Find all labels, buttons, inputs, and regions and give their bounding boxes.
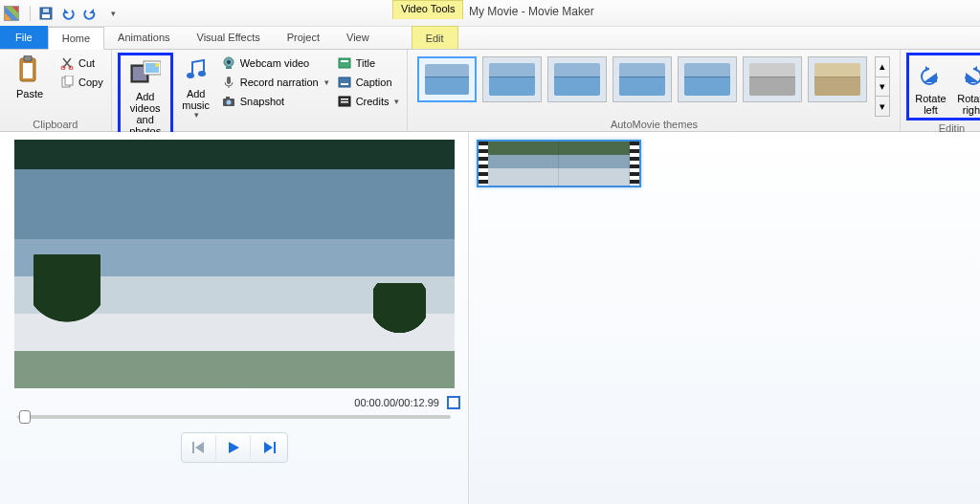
credits-label: Credits [356,96,390,107]
tab-visual-effects[interactable]: Visual Effects [184,26,274,49]
gallery-expand-icon[interactable]: ▾ [876,97,889,116]
rotate-left-label: Rotate left [911,93,949,116]
next-frame-button[interactable] [253,435,285,460]
clip-thumbnails [488,142,630,186]
credits-button[interactable]: Credits▾ [335,93,402,110]
snapshot-button[interactable]: Snapshot [219,93,331,110]
svg-rect-9 [65,76,73,85]
app-icon [4,6,19,21]
time-current: 00:00.00 [354,397,395,408]
group-clipboard-label: Clipboard [6,117,105,130]
seek-thumb[interactable] [19,410,31,424]
film-edge-left [479,142,488,186]
svg-rect-19 [226,67,232,69]
tab-home[interactable]: Home [48,27,104,50]
undo-icon[interactable] [58,4,78,23]
camera-icon [221,94,236,109]
svg-point-16 [198,71,206,77]
tab-view[interactable]: View [333,26,383,49]
gallery-scroll-up-icon[interactable]: ▴ [876,57,889,77]
svg-rect-33 [274,442,276,453]
svg-rect-4 [24,55,32,61]
prev-frame-button[interactable] [184,435,216,460]
qat-divider [30,6,31,21]
video-clip[interactable] [477,140,641,187]
main-area: 00:00.00/00:12.99 [0,132,980,504]
add-videos-label: Add videos and photos [121,91,170,137]
clip-thumb-1 [488,142,559,186]
webcam-video-button[interactable]: Webcam video [219,55,331,72]
play-icon [227,441,240,454]
rotate-right-button[interactable]: Rotate right [953,57,980,116]
caption-button[interactable]: Caption [335,74,402,91]
svg-rect-5 [23,63,33,78]
svg-rect-26 [341,60,348,62]
svg-point-14 [155,63,159,67]
tab-animations[interactable]: Animations [104,26,183,49]
webcam-icon [221,55,236,71]
tab-edit[interactable]: Edit [412,26,458,49]
record-label: Record narration [240,77,319,88]
theme-item-1[interactable] [417,56,477,102]
copy-label: Copy [78,77,103,88]
svg-rect-31 [341,101,348,103]
theme-item-6[interactable] [743,56,802,102]
window-title: My Movie - Movie Maker [469,5,594,18]
redo-icon[interactable] [80,4,100,23]
theme-gallery [413,53,871,117]
group-add: Add videos and photos Add music▾ Webcam … [112,50,409,131]
qat-dropdown-icon[interactable]: ▾ [102,4,122,23]
credits-icon [337,94,352,109]
title-icon [337,55,352,71]
play-button[interactable] [218,435,251,460]
tab-file[interactable]: File [0,26,48,49]
webcam-label: Webcam video [240,57,310,69]
next-frame-icon [262,442,276,453]
add-music-button[interactable]: Add music▾ [177,53,215,140]
copy-icon [59,75,75,90]
group-editing: Rotate left Rotate right Editin [901,50,980,131]
cut-button[interactable]: Cut [57,55,105,72]
svg-point-15 [187,73,194,78]
paste-button[interactable]: Paste [6,53,54,117]
theme-item-5[interactable] [678,56,737,102]
title-btn-label: Title [356,57,375,69]
rotate-right-label: Rotate right [953,93,980,116]
group-themes-label: AutoMovie themes [413,117,894,130]
title-button[interactable]: Title [335,55,402,72]
svg-rect-32 [192,442,194,453]
fullscreen-icon[interactable] [447,396,460,409]
add-videos-photos-button[interactable]: Add videos and photos [118,53,173,140]
svg-rect-1 [42,14,50,18]
gallery-scroll-down-icon[interactable]: ▾ [876,77,889,98]
ribbon: Paste Cut Copy Clipboard [0,50,980,132]
film-edge-right [630,142,639,186]
caption-icon [337,75,352,90]
quick-access-toolbar: ▾ [27,4,122,23]
svg-rect-27 [339,77,350,87]
record-narration-button[interactable]: Record narration▾ [219,74,331,91]
music-icon [181,55,212,85]
timeline-pane[interactable] [469,132,980,504]
rotate-left-icon [915,59,946,90]
clip-thumb-2 [559,142,630,186]
prev-frame-icon [192,442,206,453]
add-music-label: Add music [177,88,215,111]
svg-point-18 [227,60,231,64]
seek-bar[interactable] [17,415,451,419]
theme-item-3[interactable] [547,56,607,102]
theme-item-2[interactable] [482,56,542,102]
save-icon[interactable] [36,4,56,23]
copy-button[interactable]: Copy [57,74,105,91]
preview-frame [14,140,455,388]
theme-item-7[interactable] [808,56,867,102]
rotate-left-button[interactable]: Rotate left [911,57,949,116]
cut-label: Cut [78,57,95,69]
cut-icon [59,55,75,71]
tab-project[interactable]: Project [274,26,333,49]
caption-label: Caption [356,77,392,88]
theme-item-4[interactable] [612,56,672,102]
rotate-right-icon [957,59,980,90]
svg-rect-25 [339,58,350,68]
svg-rect-30 [341,99,348,100]
